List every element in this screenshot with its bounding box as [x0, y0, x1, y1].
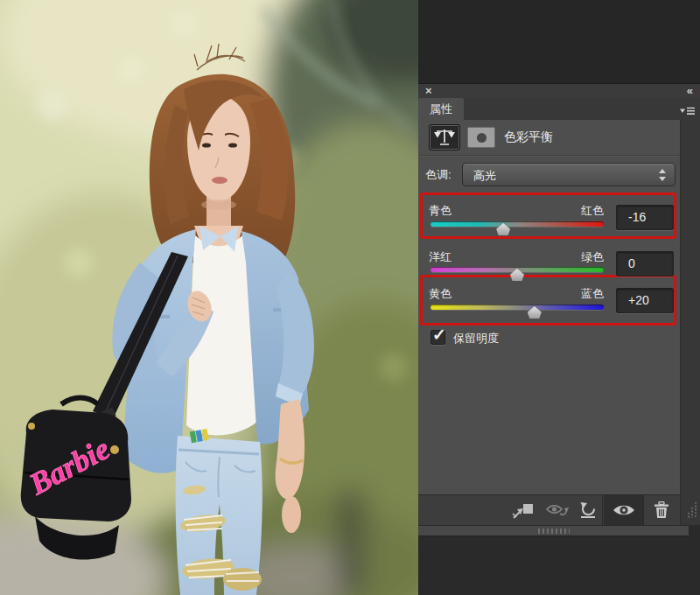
yellow-blue-slider[interactable] [430, 304, 604, 310]
select-stepper-icon [659, 169, 667, 181]
yellow-blue-slider-thumb[interactable] [528, 306, 542, 318]
yellow-blue-value-field[interactable]: +20 [616, 288, 674, 313]
cyan-red-slider-thumb[interactable] [496, 223, 510, 235]
layer-mask-icon[interactable] [467, 127, 495, 148]
delete-button[interactable] [648, 499, 676, 522]
photoshop-workspace: Barbie × « 属性 [0, 0, 700, 595]
tone-label: 色调: [425, 167, 452, 183]
view-previous-state-button[interactable] [542, 499, 573, 522]
divider [643, 495, 644, 525]
cyan-label: 青色 [429, 203, 452, 219]
photo-canvas[interactable]: Barbie [0, 0, 418, 595]
toggle-visibility-button[interactable] [607, 499, 640, 522]
properties-dock: × « 属性 色彩平衡 [418, 0, 700, 595]
resize-grip-icon[interactable] [685, 500, 697, 523]
color-balance-panel: 色彩平衡 色调: 高光 青色 红色 -16 洋红 绿色 0 [418, 120, 680, 525]
close-icon[interactable]: × [425, 84, 432, 98]
tone-selected-value: 高光 [473, 168, 496, 184]
red-label: 红色 [550, 203, 604, 219]
magenta-label: 洋红 [429, 249, 452, 265]
panel-resize-strip[interactable] [418, 525, 689, 536]
divider [602, 495, 603, 525]
panel-titlebar: × « [418, 83, 700, 99]
panel-title: 色彩平衡 [504, 130, 553, 145]
drag-handle[interactable] [538, 528, 570, 534]
preserve-luminosity-checkbox[interactable]: ✓ [430, 330, 445, 345]
cyan-red-slider[interactable] [430, 221, 604, 227]
dock-edge [680, 120, 700, 525]
collapse-panel-icon[interactable]: « [687, 84, 693, 97]
divider [418, 155, 680, 156]
panel-footer-toolbar [418, 494, 680, 525]
clip-to-layer-button[interactable] [508, 499, 538, 522]
checkmark-icon: ✓ [432, 325, 446, 345]
panel-menu-icon[interactable] [679, 104, 696, 120]
tab-properties[interactable]: 属性 [418, 98, 464, 120]
magenta-green-value-field[interactable]: 0 [616, 251, 674, 276]
color-balance-scale-icon [429, 124, 460, 150]
magenta-green-slider-thumb[interactable] [510, 269, 524, 281]
tone-select[interactable]: 高光 [462, 163, 676, 186]
green-label: 绿色 [550, 249, 604, 265]
panel-tabstrip: 属性 [418, 98, 700, 120]
reset-button[interactable] [575, 499, 601, 522]
preserve-luminosity-label: 保留明度 [453, 331, 499, 346]
magenta-green-slider[interactable] [430, 267, 604, 272]
cyan-red-value-field[interactable]: -16 [616, 205, 674, 230]
blue-label: 蓝色 [550, 286, 604, 302]
yellow-label: 黄色 [429, 286, 452, 302]
